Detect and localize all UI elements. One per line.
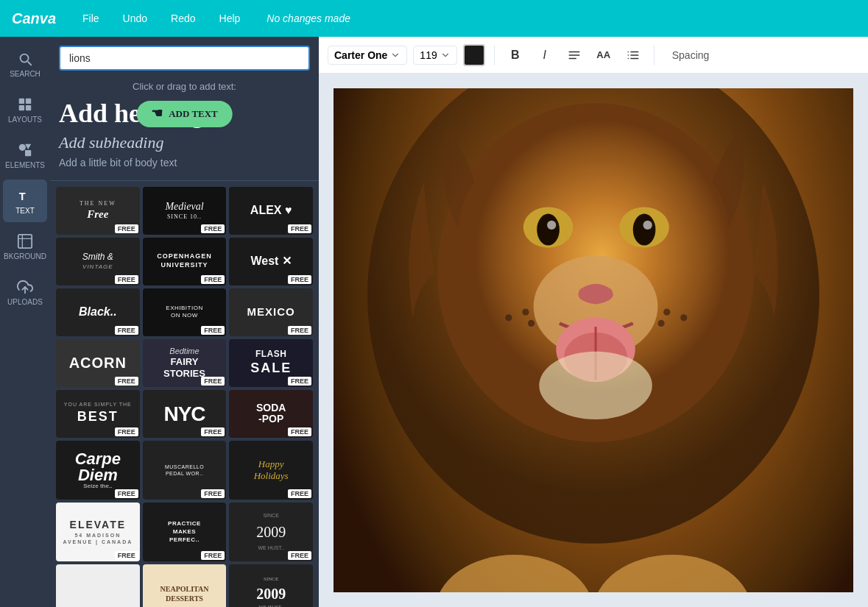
svg-rect-1: [26, 98, 31, 103]
template-item[interactable]: Black.. FREE: [56, 288, 140, 336]
template-item[interactable]: SINCE 2009 WE HUST.. FREE: [229, 503, 313, 561]
svg-point-23: [522, 309, 529, 316]
icon-sidebar: SEARCH LAYOUTS ELEMENTS T TEXT BKGROUND …: [0, 37, 50, 607]
template-item[interactable]: EXHIBITION ON NOW FREE: [143, 288, 227, 336]
text-add-section: Add heading ☚ ADD TEXT Add subheading Ad…: [50, 99, 319, 181]
add-heading-button[interactable]: Add heading ☚ ADD TEXT: [59, 99, 310, 129]
svg-point-25: [528, 320, 534, 327]
template-item[interactable]: NEAPOLITAN DESSERTS: [143, 564, 227, 607]
italic-button[interactable]: I: [533, 43, 557, 67]
save-status: No changes made: [267, 13, 350, 24]
svg-point-4: [19, 143, 26, 150]
svg-text:T: T: [19, 190, 26, 202]
template-item[interactable]: ACORN FREE: [56, 339, 140, 387]
toolbar-divider-2: [654, 45, 654, 65]
sidebar-label-elements: ELEMENTS: [5, 161, 45, 169]
topbar: Canva File Undo Redo Help No changes mad…: [0, 0, 868, 37]
svg-point-16: [633, 214, 656, 246]
sidebar-label-uploads: UPLOADS: [7, 298, 43, 306]
add-subheading-button[interactable]: Add subheading: [59, 133, 310, 152]
template-item[interactable]: Bedtime FAIRY STORIES FREE: [143, 339, 227, 387]
template-item[interactable]: [56, 564, 140, 607]
sidebar-label-search: SEARCH: [10, 70, 40, 78]
svg-rect-0: [19, 98, 24, 103]
template-item[interactable]: Smith & VINTAGE FREE: [56, 238, 140, 285]
template-item[interactable]: Medieval SINCE 10.. FREE: [143, 187, 227, 235]
search-bar: [50, 37, 319, 77]
format-toolbar: Carter One 119 B I AA Spacing: [319, 37, 868, 74]
sidebar-item-layouts[interactable]: LAYOUTS: [3, 88, 47, 131]
bold-button[interactable]: B: [504, 43, 527, 67]
spacing-button[interactable]: Spacing: [663, 45, 719, 65]
canvas-area: [319, 74, 868, 607]
template-item[interactable]: THE NEW Free FREE: [56, 187, 140, 235]
template-item[interactable]: MEXICO FREE: [229, 288, 313, 336]
sidebar-item-text[interactable]: T TEXT: [3, 180, 47, 222]
hand-icon: ☚: [151, 107, 163, 121]
templates-grid: THE NEW Free FREE Medieval SINCE 10.. FR…: [50, 181, 319, 607]
click-drag-hint: Click or drag to add text:: [50, 77, 319, 99]
add-text-floating-btn[interactable]: ☚ ADD TEXT: [136, 101, 233, 127]
template-item[interactable]: COPENHAGEN UNIVERSITY FREE: [143, 238, 227, 285]
svg-point-24: [505, 314, 512, 321]
template-item[interactable]: ELEVATE 54 MADISON AVENUE | CANADA FREE: [56, 503, 140, 561]
svg-point-26: [663, 309, 670, 316]
undo-button[interactable]: Undo: [119, 10, 152, 27]
template-item[interactable]: PRACTICE MAKES PERFEC.. FREE: [143, 503, 227, 561]
template-item[interactable]: MUSCARELLO PEDAL WOR.. FREE: [143, 441, 227, 500]
template-item[interactable]: SODA -POP FREE: [229, 390, 313, 438]
template-item[interactable]: SINCE 2009 WE HUST.. FREE: [229, 564, 313, 607]
right-area: Carter One 119 B I AA Spacing: [319, 37, 868, 607]
template-item[interactable]: FLASH SALE FREE: [229, 339, 313, 387]
template-item[interactable]: ALEX ♥ FREE: [229, 187, 313, 235]
svg-rect-5: [25, 150, 31, 156]
redo-button[interactable]: Redo: [166, 10, 200, 27]
svg-marker-6: [25, 143, 31, 149]
canva-logo: Canva: [12, 10, 56, 27]
sidebar-item-search[interactable]: SEARCH: [3, 43, 47, 85]
svg-point-29: [539, 352, 652, 419]
sidebar-item-uploads[interactable]: UPLOADS: [3, 271, 47, 313]
sidebar-label-bkground: BKGROUND: [4, 252, 46, 260]
sidebar-item-bkground[interactable]: BKGROUND: [3, 225, 47, 268]
font-name-label: Carter One: [334, 49, 387, 61]
list-button[interactable]: [621, 43, 645, 67]
svg-rect-2: [19, 104, 24, 110]
font-family-selector[interactable]: Carter One: [328, 46, 407, 65]
svg-point-27: [680, 314, 687, 321]
template-item[interactable]: NYC FREE: [143, 390, 227, 438]
case-button[interactable]: AA: [592, 43, 615, 67]
align-button[interactable]: [562, 43, 586, 67]
svg-rect-3: [26, 104, 31, 110]
main-area: SEARCH LAYOUTS ELEMENTS T TEXT BKGROUND …: [0, 37, 868, 607]
text-color-button[interactable]: [463, 44, 485, 66]
template-item[interactable]: West ✕ FREE: [229, 238, 313, 285]
sidebar-item-elements[interactable]: ELEMENTS: [3, 134, 47, 177]
svg-point-17: [547, 221, 556, 230]
template-item[interactable]: Carpe Diem Seize the.. FREE: [56, 441, 140, 500]
template-item[interactable]: YOU ARE SIMPLY THE BEST FREE: [56, 390, 140, 438]
add-body-button[interactable]: Add a little bit of body text: [59, 157, 310, 168]
search-input[interactable]: [59, 46, 310, 71]
canvas[interactable]: [334, 88, 853, 592]
text-panel: Click or drag to add text: Add heading ☚…: [50, 37, 319, 607]
font-size-label: 119: [420, 49, 437, 61]
svg-rect-8: [18, 234, 32, 247]
svg-point-15: [537, 214, 560, 246]
sidebar-label-text: TEXT: [15, 207, 35, 215]
svg-point-18: [643, 221, 652, 230]
toolbar-divider-1: [494, 45, 495, 65]
help-menu[interactable]: Help: [215, 10, 245, 27]
template-item[interactable]: Happy Holidays FREE: [229, 441, 313, 500]
font-size-selector[interactable]: 119: [413, 46, 456, 65]
sidebar-label-layouts: LAYOUTS: [8, 116, 42, 124]
svg-point-28: [657, 320, 664, 327]
file-menu[interactable]: File: [78, 10, 104, 27]
